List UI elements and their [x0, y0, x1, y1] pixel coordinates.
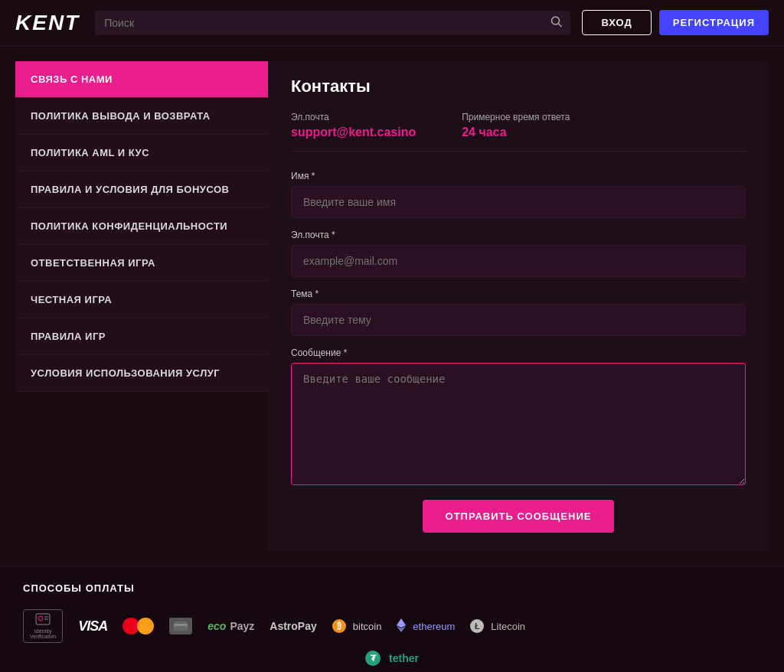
- message-label: Сообщение *: [291, 347, 746, 358]
- search-input[interactable]: [95, 11, 570, 35]
- identity-verification-icon: IdentityVerification: [23, 609, 63, 643]
- svg-rect-7: [174, 624, 188, 626]
- svg-point-0: [552, 17, 560, 24]
- sidebar-item-contact[interactable]: СВЯЗЬ С НАМИ: [15, 61, 268, 98]
- email-info-value: support@kent.casino: [291, 126, 416, 139]
- footer: СПОСОБЫ ОПЛАТЫ IdentityVerification VISA: [0, 566, 784, 672]
- response-info-label: Примерное время ответа: [462, 112, 570, 122]
- header-buttons: ВХОД РЕГИСТРАЦИЯ: [582, 10, 769, 35]
- page-title: Контакты: [291, 77, 746, 96]
- ethereum-icon: ethereum: [397, 618, 455, 634]
- subject-field-group: Тема *: [291, 289, 746, 336]
- sidebar-item-aml[interactable]: ПОЛИТИКА AML И КУС: [15, 135, 268, 171]
- response-info: Примерное время ответа 24 часа: [462, 112, 570, 139]
- contact-section: Контакты Эл.почта support@kent.casino Пр…: [268, 61, 769, 551]
- payment-icons: IdentityVerification VISA ecoPayz AstroP…: [23, 609, 761, 643]
- tether-row: ₮ tether: [23, 651, 761, 666]
- sidebar-item-privacy[interactable]: ПОЛИТИКА КОНФИДЕНЦИАЛЬНОСТИ: [15, 208, 268, 245]
- submit-button[interactable]: ОТПРАВИТЬ СООБЩЕНИЕ: [423, 500, 615, 533]
- sidebar-item-rules[interactable]: ПРАВИЛА ИГР: [15, 318, 268, 355]
- sidebar-item-bonus[interactable]: ПРАВИЛА И УСЛОВИЯ ДЛЯ БОНУСОВ: [15, 171, 268, 208]
- name-label: Имя *: [291, 171, 746, 181]
- svg-line-1: [559, 24, 562, 27]
- message-textarea[interactable]: [291, 363, 746, 485]
- message-field-group: Сообщение *: [291, 347, 746, 488]
- svg-point-3: [38, 616, 43, 621]
- subject-label: Тема *: [291, 289, 746, 299]
- main-content: СВЯЗЬ С НАМИ ПОЛИТИКА ВЫВОДА И ВОЗВРАТА …: [0, 46, 784, 566]
- login-button[interactable]: ВХОД: [582, 10, 651, 35]
- astropay-icon: AstroPay: [270, 620, 316, 632]
- svg-marker-8: [397, 618, 406, 628]
- response-info-value: 24 часа: [462, 126, 506, 139]
- email-info-label: Эл.почта: [291, 112, 416, 122]
- register-button[interactable]: РЕГИСТРАЦИЯ: [659, 10, 769, 35]
- bitcoin-icon: ₿ bitcoin: [332, 619, 382, 633]
- email-info: Эл.почта support@kent.casino: [291, 112, 416, 139]
- sidebar-item-responsible[interactable]: ОТВЕТСТВЕННАЯ ИГРА: [15, 245, 268, 282]
- mastercard-icon: [122, 618, 154, 634]
- visa-icon: VISA: [78, 618, 107, 634]
- sidebar: СВЯЗЬ С НАМИ ПОЛИТИКА ВЫВОДА И ВОЗВРАТА …: [15, 61, 268, 551]
- ecopayz-icon: ecoPayz: [207, 620, 254, 632]
- search-button[interactable]: [550, 15, 563, 30]
- email-input[interactable]: [291, 245, 746, 277]
- payment-title: СПОСОБЫ ОПЛАТЫ: [23, 582, 761, 594]
- tether-icon: ₮ tether: [365, 651, 419, 666]
- litecoin-icon: Ł Litecoin: [470, 619, 525, 633]
- sidebar-item-terms[interactable]: УСЛОВИЯ ИСПОЛЬЗОВАНИЯ УСЛУГ: [15, 355, 268, 392]
- name-field-group: Имя *: [291, 171, 746, 218]
- logo[interactable]: KENT: [15, 11, 80, 35]
- contact-info: Эл.почта support@kent.casino Примерное в…: [291, 112, 746, 152]
- header: KENT ВХОД РЕГИСТРАЦИЯ: [0, 0, 784, 46]
- card-icon: [169, 618, 192, 634]
- search-bar: [95, 11, 570, 35]
- subject-input[interactable]: [291, 304, 746, 336]
- email-field-group: Эл.почта *: [291, 230, 746, 277]
- sidebar-item-policy[interactable]: ПОЛИТИКА ВЫВОДА И ВОЗВРАТА: [15, 98, 268, 135]
- name-input[interactable]: [291, 186, 746, 218]
- email-field-label: Эл.почта *: [291, 230, 746, 240]
- sidebar-item-fair[interactable]: ЧЕСТНАЯ ИГРА: [15, 282, 268, 318]
